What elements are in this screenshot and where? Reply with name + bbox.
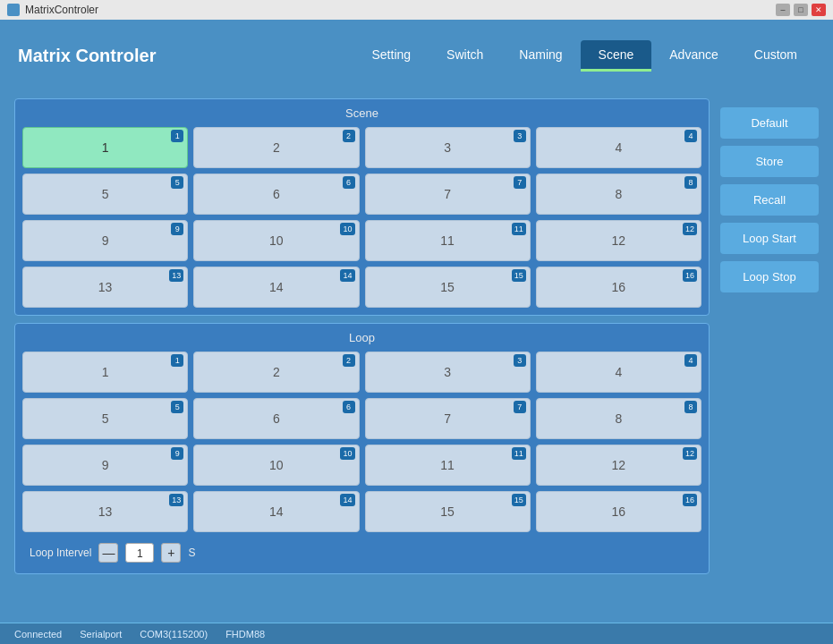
recall-button[interactable]: Recall xyxy=(720,184,819,216)
loop-label-4: 4 xyxy=(615,365,622,379)
scene-section: Scene 1 1 2 2 3 3 4 xyxy=(14,98,710,316)
left-panel: Scene 1 1 2 2 3 3 4 xyxy=(14,98,710,615)
scene-cell-1[interactable]: 1 1 xyxy=(22,127,188,168)
maximize-button[interactable]: □ xyxy=(794,4,808,16)
loop-cell-8[interactable]: 8 8 xyxy=(536,398,701,439)
scene-label-11: 11 xyxy=(440,233,455,248)
connection-status: Connected xyxy=(14,629,62,640)
loop-label-16: 16 xyxy=(612,504,626,519)
scene-cell-5[interactable]: 5 5 xyxy=(22,174,188,215)
scene-cell-8[interactable]: 8 8 xyxy=(536,174,701,215)
loop-label-2: 2 xyxy=(273,365,280,379)
scene-cell-10[interactable]: 10 10 xyxy=(193,220,359,261)
interval-plus-button[interactable]: + xyxy=(161,543,181,563)
scene-grid: 1 1 2 2 3 3 4 4 xyxy=(22,127,701,308)
scene-cell-14[interactable]: 14 14 xyxy=(193,267,359,308)
loop-label-11: 11 xyxy=(440,458,455,472)
loop-badge-14: 14 xyxy=(340,494,354,506)
loop-badge-6: 6 xyxy=(343,401,355,413)
scene-cell-7[interactable]: 7 7 xyxy=(365,174,531,215)
loop-label-5: 5 xyxy=(102,411,109,426)
tab-naming[interactable]: Naming xyxy=(501,40,580,71)
scene-badge-15: 15 xyxy=(512,269,526,282)
loop-cell-9[interactable]: 9 9 xyxy=(22,445,188,486)
loop-interval-row: Loop Intervel — 1 + S xyxy=(22,539,701,566)
scene-label-14: 14 xyxy=(269,280,284,294)
device-name: FHDM88 xyxy=(225,629,265,640)
scene-cell-16[interactable]: 16 16 xyxy=(536,267,701,308)
store-button[interactable]: Store xyxy=(720,146,819,177)
loop-cell-6[interactable]: 6 6 xyxy=(193,398,359,439)
interval-minus-button[interactable]: — xyxy=(98,543,118,563)
loop-cell-1[interactable]: 1 1 xyxy=(22,352,188,393)
scene-label-1: 1 xyxy=(102,140,109,155)
loop-label-12: 12 xyxy=(612,458,626,472)
scene-badge-10: 10 xyxy=(340,223,354,235)
scene-cell-4[interactable]: 4 4 xyxy=(536,127,701,168)
loop-cell-16[interactable]: 16 16 xyxy=(536,491,701,532)
scene-badge-14: 14 xyxy=(340,269,354,282)
loop-label-10: 10 xyxy=(269,458,284,472)
scene-badge-6: 6 xyxy=(343,176,355,189)
scene-label-12: 12 xyxy=(612,233,626,248)
loop-cell-11[interactable]: 11 11 xyxy=(365,445,531,486)
scene-badge-11: 11 xyxy=(512,223,526,235)
scene-cell-9[interactable]: 9 9 xyxy=(22,220,188,261)
port-value: COM3(115200) xyxy=(140,629,208,640)
loop-cell-14[interactable]: 14 14 xyxy=(193,491,359,532)
loop-badge-10: 10 xyxy=(340,447,354,460)
scene-cell-11[interactable]: 11 11 xyxy=(365,220,531,261)
loop-cell-15[interactable]: 15 15 xyxy=(365,491,531,532)
loop-badge-9: 9 xyxy=(171,447,183,460)
scene-title: Scene xyxy=(22,106,701,120)
app-title: Matrix Controler xyxy=(18,46,156,66)
loop-label-13: 13 xyxy=(98,504,113,519)
minimize-button[interactable]: – xyxy=(776,4,790,16)
scene-label-5: 5 xyxy=(102,187,109,201)
right-panel: Default Store Recall Loop Start Loop Sto… xyxy=(720,98,819,615)
loop-start-button[interactable]: Loop Start xyxy=(720,223,819,254)
loop-section: Loop 1 1 2 2 3 3 4 xyxy=(14,323,710,574)
tab-custom[interactable]: Custom xyxy=(736,40,815,71)
loop-badge-4: 4 xyxy=(684,354,697,367)
scene-cell-6[interactable]: 6 6 xyxy=(193,174,359,215)
loop-badge-2: 2 xyxy=(343,354,355,367)
tab-advance[interactable]: Advance xyxy=(651,40,735,71)
loop-label-3: 3 xyxy=(444,365,451,379)
loop-cell-10[interactable]: 10 10 xyxy=(193,445,359,486)
loop-cell-7[interactable]: 7 7 xyxy=(365,398,531,439)
window-controls: – □ ✕ xyxy=(776,4,826,16)
interval-value[interactable]: 1 xyxy=(125,543,154,563)
loop-cell-13[interactable]: 13 13 xyxy=(22,491,188,532)
loop-cell-5[interactable]: 5 5 xyxy=(22,398,188,439)
scene-label-10: 10 xyxy=(269,233,284,248)
scene-cell-2[interactable]: 2 2 xyxy=(193,127,359,168)
loop-badge-11: 11 xyxy=(512,447,526,460)
loop-stop-button[interactable]: Loop Stop xyxy=(720,261,819,292)
loop-cell-3[interactable]: 3 3 xyxy=(365,352,531,393)
scene-badge-12: 12 xyxy=(683,223,697,235)
tab-switch[interactable]: Switch xyxy=(429,40,501,71)
scene-badge-2: 2 xyxy=(343,130,355,142)
scene-badge-3: 3 xyxy=(514,130,526,142)
scene-cell-13[interactable]: 13 13 xyxy=(22,267,188,308)
loop-badge-1: 1 xyxy=(171,354,183,367)
scene-cell-15[interactable]: 15 15 xyxy=(365,267,531,308)
loop-label-9: 9 xyxy=(102,458,109,472)
scene-label-3: 3 xyxy=(444,140,451,155)
scene-label-2: 2 xyxy=(273,140,280,155)
close-button[interactable]: ✕ xyxy=(812,4,826,16)
scene-label-7: 7 xyxy=(444,187,451,201)
tab-setting[interactable]: Setting xyxy=(354,40,429,71)
loop-cell-12[interactable]: 12 12 xyxy=(536,445,701,486)
loop-cell-2[interactable]: 2 2 xyxy=(193,352,359,393)
default-button[interactable]: Default xyxy=(720,107,819,139)
scene-cell-12[interactable]: 12 12 xyxy=(536,220,701,261)
loop-cell-4[interactable]: 4 4 xyxy=(536,352,701,393)
main-content: Scene 1 1 2 2 3 3 4 xyxy=(0,91,833,623)
loop-badge-5: 5 xyxy=(171,401,183,413)
scene-label-4: 4 xyxy=(615,140,622,155)
tab-scene[interactable]: Scene xyxy=(581,40,652,72)
scene-cell-3[interactable]: 3 3 xyxy=(365,127,531,168)
app-container: Matrix Controler Setting Switch Naming S… xyxy=(0,20,833,644)
